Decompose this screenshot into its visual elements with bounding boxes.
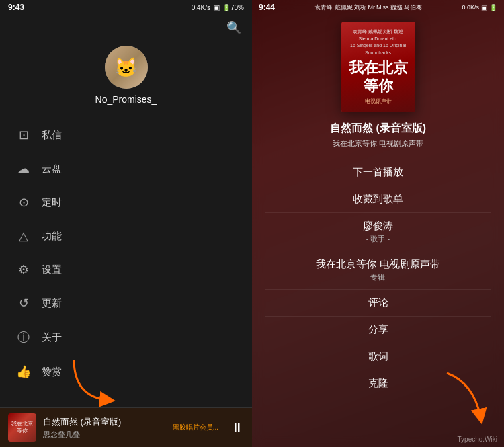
right-panel: 9:44 袁青峰 戴佩妮 刘析 Mr.Miss 魏巡 马伯骞 0.0K/s ▣ … [252,0,504,447]
menu-label-cloud-disk: 云盘 [42,163,62,175]
left-panel: 9:43 0.4K/s ▣ 🔋70% 🔍 🐱 No_Promises_ ⊡ 私信… [0,0,252,447]
menu-label-about: 关于 [42,331,62,344]
right-status-bar: 9:44 袁青峰 戴佩妮 刘析 Mr.Miss 魏巡 马伯骞 0.0K/s ▣ … [252,0,504,15]
sidebar-item-function[interactable]: △ 功能 [0,219,252,253]
sidebar-item-cloud-disk[interactable]: ☁ 云盘 [0,152,252,186]
username: No_Promises_ [95,94,157,105]
battery-icon: 🔋70% [222,4,244,11]
left-header: 🔍 [0,15,252,38]
option-share-label: 分享 [368,323,388,335]
now-playing-bar[interactable]: 我在北京等你 自然而然 (录音室版) 思念叠几叠 黑胶唱片会员... ⏸ [0,407,252,447]
about-icon: ⓘ [16,329,31,346]
private-message-icon: ⊡ [16,128,31,143]
sidebar-item-settings[interactable]: ⚙ 设置 [0,253,252,286]
option-artist-name: 廖俊涛 [265,220,491,233]
watermark: Typecho.Wiki [458,436,497,443]
right-status-icons: 0.0K/s ▣ 🔋 [462,4,497,11]
song-title: 自然而然 (录音室版) [330,122,426,136]
settings-icon: ⚙ [16,262,31,277]
menu-label-function: 功能 [42,230,62,243]
profile-section: 🐱 No_Promises_ [0,38,252,118]
option-lyrics[interactable]: 歌词 [265,343,491,370]
menu-list: ⊡ 私信 ☁ 云盘 ⊙ 定时 △ 功能 ⚙ 设置 ↺ 更新 ⓘ 关于 👍 赞赏 [0,118,252,407]
timer-icon: ⊙ [16,195,31,210]
album-extra-info: 16 Singers and 16 Original Soundtracks [345,42,411,56]
now-playing-controls[interactable]: ⏸ [230,420,244,436]
status-names-text: 袁青峰 戴佩妮 刘析 Mr.Miss 魏巡 马伯骞 [314,3,423,12]
signal-icon: 0.4K/s [192,4,210,11]
option-save-to-playlist[interactable]: 收藏到歌单 [265,186,491,213]
album-title-display: 我在北京等你 [345,59,411,95]
wifi-icon: ▣ [213,3,220,12]
sidebar-item-about[interactable]: ⓘ 关于 [0,320,252,355]
sidebar-item-private-message[interactable]: ⊡ 私信 [0,118,252,152]
option-album[interactable]: 我在北京等你 电视剧原声带 - 专辑 - [265,251,491,290]
option-artist[interactable]: 廖俊涛 - 歌手 - [265,213,491,251]
option-share[interactable]: 分享 [265,317,491,343]
menu-label-reward: 赞赏 [42,366,62,378]
vip-badge: 黑胶唱片会员... [173,423,218,432]
option-artist-sub: - 歌手 - [265,234,491,244]
menu-label-settings: 设置 [42,263,62,276]
song-options-menu: 下一首播放 收藏到歌单 廖俊涛 - 歌手 - 我在北京等你 电视剧原声带 - 专… [265,159,491,397]
sidebar-item-update[interactable]: ↺ 更新 [0,286,252,320]
option-album-name: 我在北京等你 电视剧原声带 [265,258,491,271]
reward-icon: 👍 [16,364,31,379]
option-clone-label: 克隆 [368,377,388,389]
option-next-play[interactable]: 下一首播放 [265,159,491,186]
option-album-sub: - 专辑 - [265,272,491,282]
option-comments[interactable]: 评论 [265,290,491,317]
album-art: 袁青峰 戴佩妮 刘析 魏巡 Sienna Durant etc. 16 Sing… [341,22,415,112]
right-content: 袁青峰 戴佩妮 刘析 魏巡 Sienna Durant etc. 16 Sing… [252,15,504,397]
right-wifi-icon: ▣ [481,4,487,11]
function-icon: △ [16,229,31,243]
menu-label-timer: 定时 [42,196,62,209]
left-status-icons: 0.4K/s ▣ 🔋70% [192,3,244,12]
album-top-names: 袁青峰 戴佩妮 刘析 魏巡 Sienna Durant etc. [345,28,411,42]
option-clone[interactable]: 克隆 [265,370,491,397]
right-signal-text: 0.0K/s [462,4,479,11]
right-time: 9:44 [259,3,275,12]
pause-button[interactable]: ⏸ [230,420,244,436]
update-icon: ↺ [16,296,31,311]
search-icon[interactable]: 🔍 [226,20,241,35]
option-save-label: 收藏到歌单 [353,193,403,204]
right-status-names: 袁青峰 戴佩妮 刘析 Mr.Miss 魏巡 马伯骞 [314,3,423,12]
avatar-image: 🐱 [114,56,138,79]
menu-label-update: 更新 [42,297,62,310]
avatar[interactable]: 🐱 [105,46,148,89]
cloud-icon: ☁ [16,161,31,176]
song-subtitle: 我在北京等你 电视剧原声带 [333,138,423,149]
now-playing-thumbnail: 我在北京等你 [8,413,36,442]
option-lyrics-label: 歌词 [368,350,388,362]
option-next-play-label: 下一首播放 [353,166,403,177]
option-comments-label: 评论 [368,296,388,308]
right-battery-icon: 🔋 [489,4,497,11]
album-badge-text: 电视原声带 [345,97,411,106]
menu-label-private-message: 私信 [42,129,62,142]
left-status-bar: 9:43 0.4K/s ▣ 🔋70% [0,0,252,15]
sidebar-item-reward[interactable]: 👍 赞赏 [0,355,252,389]
sidebar-item-timer[interactable]: ⊙ 定时 [0,186,252,219]
left-time: 9:43 [8,3,24,12]
